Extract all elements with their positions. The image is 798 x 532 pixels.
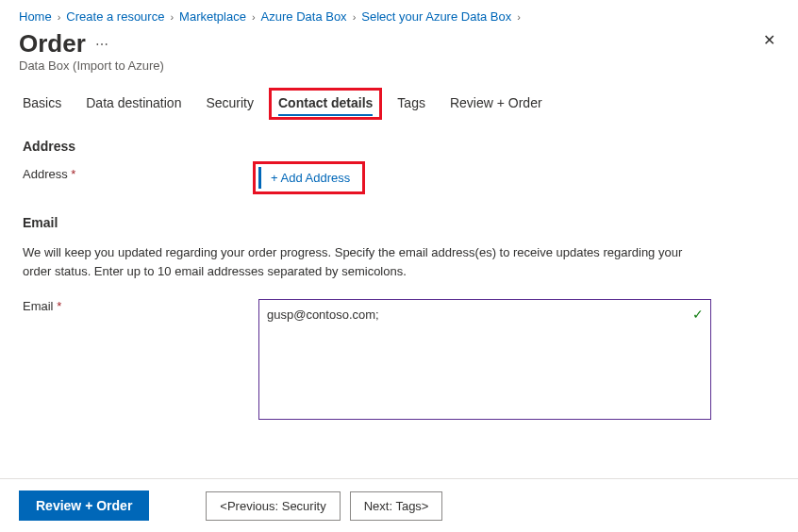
chevron-right-icon: › (58, 11, 61, 23)
tab-data-destination[interactable]: Data destination (86, 95, 181, 116)
chevron-right-icon: › (353, 11, 357, 23)
email-label: Email * (23, 299, 258, 313)
add-address-button[interactable]: + Add Address (258, 167, 359, 189)
next-button[interactable]: Next: Tags> (350, 491, 443, 521)
previous-button[interactable]: <Previous: Security (206, 491, 340, 521)
page-subtitle: Data Box (Import to Azure) (0, 58, 798, 95)
tab-basics[interactable]: Basics (23, 95, 61, 116)
address-label: Address * (23, 167, 258, 181)
review-order-button[interactable]: Review + Order (19, 490, 149, 521)
email-help-text: We will keep you updated regarding your … (23, 243, 702, 280)
tab-security[interactable]: Security (206, 95, 254, 116)
chevron-right-icon: › (517, 11, 521, 23)
tab-contact-details[interactable]: Contact details (278, 95, 373, 116)
page-title: Order (19, 29, 86, 58)
breadcrumb: Home › Create a resource › Marketplace ›… (0, 0, 798, 29)
breadcrumb-item[interactable]: Select your Azure Data Box (361, 9, 511, 24)
more-icon[interactable]: ⋯ (95, 37, 109, 52)
breadcrumb-item[interactable]: Create a resource (66, 9, 164, 24)
close-icon[interactable]: ✕ (759, 29, 779, 52)
tab-tags[interactable]: Tags (397, 95, 425, 116)
email-input[interactable] (258, 299, 711, 420)
section-heading-address: Address (23, 139, 775, 154)
checkmark-icon: ✓ (692, 307, 704, 322)
breadcrumb-item[interactable]: Azure Data Box (261, 9, 347, 24)
tab-review-order[interactable]: Review + Order (450, 95, 542, 116)
chevron-right-icon: › (170, 11, 174, 23)
tabs: Basics Data destination Security Contact… (0, 95, 798, 116)
breadcrumb-item[interactable]: Home (19, 9, 52, 24)
chevron-right-icon: › (252, 11, 256, 23)
breadcrumb-item[interactable]: Marketplace (179, 9, 246, 24)
section-heading-email: Email (23, 215, 775, 230)
footer: Review + Order <Previous: Security Next:… (0, 478, 798, 532)
